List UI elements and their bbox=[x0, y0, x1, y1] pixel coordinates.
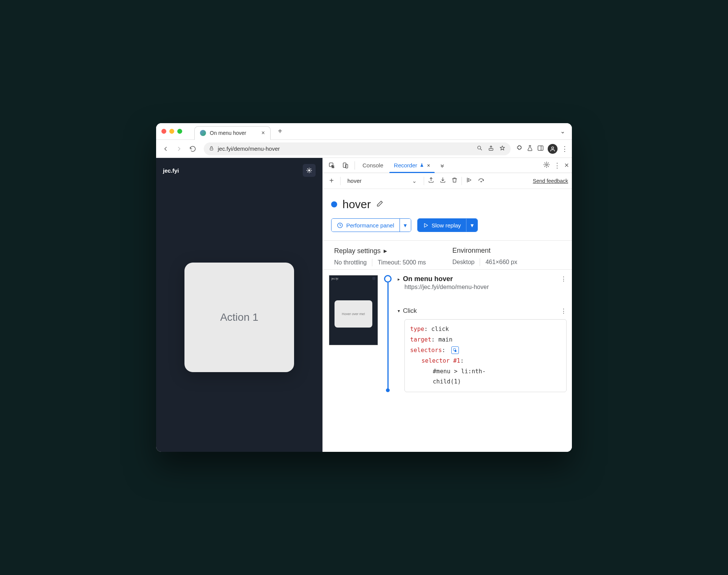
extensions-icon[interactable] bbox=[516, 145, 523, 153]
bookmark-icon[interactable] bbox=[499, 145, 505, 152]
replay-settings-heading[interactable]: Replay settings ▸ bbox=[334, 247, 426, 255]
timeline-start-icon bbox=[384, 275, 392, 283]
step-code: type: click target: main selectors: sele… bbox=[404, 319, 567, 392]
svg-point-1 bbox=[478, 146, 481, 149]
step-nav-url: https://jec.fyi/demo/menu-hover bbox=[404, 284, 567, 291]
step-menu-button[interactable]: ⋮ bbox=[561, 308, 567, 315]
address-bar[interactable]: jec.fyi/demo/menu-hover bbox=[204, 142, 511, 155]
side-panel-icon[interactable] bbox=[537, 145, 544, 153]
svg-point-9 bbox=[546, 164, 548, 165]
titlebar: On menu hover × + ⌄ bbox=[156, 123, 572, 140]
play-step-icon[interactable] bbox=[466, 177, 472, 185]
thumbnail-card: Hover over me! bbox=[335, 300, 372, 328]
devtools-menu-button[interactable]: ⋮ bbox=[554, 161, 561, 170]
share-icon[interactable] bbox=[488, 145, 494, 152]
expand-step-button[interactable]: ▸ bbox=[398, 277, 400, 282]
device-value: Desktop bbox=[452, 259, 475, 266]
recording-select[interactable]: hover ⌄ bbox=[344, 178, 420, 184]
step-menu-button[interactable]: ⋮ bbox=[561, 275, 567, 283]
site-brand: jec.fyi bbox=[163, 167, 179, 174]
maximize-window-button[interactable] bbox=[177, 129, 182, 134]
zoom-icon[interactable] bbox=[477, 145, 483, 152]
throttling-value: No throttling bbox=[334, 259, 367, 266]
action-card[interactable]: Action 1 bbox=[184, 263, 294, 372]
theme-toggle-button[interactable] bbox=[303, 164, 316, 177]
tab-console[interactable]: Console bbox=[358, 158, 388, 173]
recording-title: hover bbox=[342, 198, 371, 211]
webpage: jec.fyi Action 1 bbox=[156, 158, 322, 452]
chevron-right-icon: ▸ bbox=[384, 247, 387, 255]
performance-dropdown[interactable]: ▾ bbox=[400, 219, 411, 232]
close-panel-button[interactable]: × bbox=[427, 162, 430, 168]
send-feedback-link[interactable]: Send feedback bbox=[533, 178, 568, 184]
edit-title-button[interactable] bbox=[376, 200, 384, 209]
delete-icon[interactable] bbox=[451, 177, 458, 185]
chevron-down-icon: ⌄ bbox=[412, 178, 417, 184]
import-icon[interactable] bbox=[440, 177, 446, 185]
close-window-button[interactable] bbox=[161, 129, 166, 134]
url-text: jec.fyi/demo/menu-hover bbox=[218, 145, 280, 152]
timeline bbox=[383, 275, 392, 392]
recorder-body: hover Performance panel ▾ bbox=[323, 189, 572, 452]
close-devtools-button[interactable]: × bbox=[564, 161, 569, 170]
new-recording-button[interactable]: + bbox=[327, 176, 336, 186]
browser-toolbar: jec.fyi/demo/menu-hover ⋮ bbox=[156, 140, 572, 158]
slow-replay-button[interactable]: Slow replay ▾ bbox=[417, 218, 478, 232]
collapse-step-button[interactable]: ▾ bbox=[398, 308, 400, 314]
action-card-label: Action 1 bbox=[220, 311, 258, 323]
close-tab-button[interactable]: × bbox=[262, 130, 265, 136]
step-over-icon[interactable] bbox=[477, 177, 485, 185]
back-button[interactable] bbox=[160, 143, 171, 155]
window-controls bbox=[156, 129, 187, 134]
viewport-value: 461×660 px bbox=[485, 259, 517, 266]
devtools-tabs: Console Recorder × ⋮ × bbox=[323, 158, 572, 173]
pin-icon bbox=[420, 163, 424, 168]
step-nav-title: On menu hover bbox=[403, 275, 453, 283]
recorder-toolbar: + hover ⌄ Send feedback bbox=[323, 173, 572, 189]
environment-heading: Environment bbox=[452, 247, 517, 255]
tab-title: On menu hover bbox=[210, 130, 246, 136]
new-tab-button[interactable]: + bbox=[274, 126, 286, 137]
timeout-value: Timeout: 5000 ms bbox=[378, 259, 426, 266]
step-thumbnail: jec.fyi Hover over me! bbox=[329, 275, 378, 345]
svg-point-5 bbox=[308, 169, 310, 171]
selector-picker-icon[interactable] bbox=[451, 346, 459, 354]
svg-rect-3 bbox=[538, 146, 543, 150]
browser-tab[interactable]: On menu hover × bbox=[194, 126, 271, 140]
more-tabs-button[interactable] bbox=[436, 159, 448, 172]
browser-menu-button[interactable]: ⋮ bbox=[561, 145, 568, 153]
favicon-icon bbox=[200, 130, 206, 136]
reload-button[interactable] bbox=[187, 143, 198, 155]
forward-button[interactable] bbox=[173, 143, 185, 155]
replay-dropdown[interactable]: ▾ bbox=[466, 219, 477, 232]
devtools-panel: Console Recorder × ⋮ × bbox=[322, 158, 572, 452]
inspect-icon[interactable] bbox=[326, 159, 338, 172]
timeline-step-icon bbox=[386, 388, 390, 392]
device-toggle-icon[interactable] bbox=[339, 159, 352, 172]
export-icon[interactable] bbox=[428, 177, 434, 185]
svg-rect-0 bbox=[210, 148, 213, 150]
svg-point-10 bbox=[481, 181, 482, 182]
browser-window: On menu hover × + ⌄ jec.fyi/demo/menu-ho… bbox=[156, 123, 572, 452]
labs-icon[interactable] bbox=[527, 145, 533, 153]
lock-icon bbox=[209, 146, 214, 152]
recording-status-dot bbox=[331, 201, 337, 207]
tab-recorder[interactable]: Recorder × bbox=[389, 158, 435, 173]
minimize-window-button[interactable] bbox=[169, 129, 174, 134]
step-click-title: Click bbox=[403, 307, 417, 315]
performance-panel-button[interactable]: Performance panel ▾ bbox=[331, 218, 411, 232]
tabs-dropdown-button[interactable]: ⌄ bbox=[560, 128, 565, 135]
settings-icon[interactable] bbox=[543, 161, 550, 170]
profile-button[interactable] bbox=[548, 144, 558, 154]
svg-point-4 bbox=[551, 147, 553, 148]
